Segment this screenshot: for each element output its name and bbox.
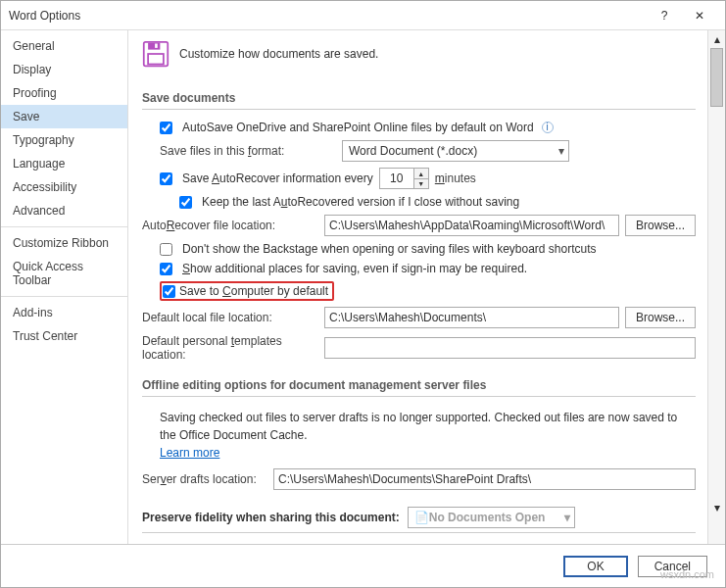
close-button[interactable]: ✕ bbox=[682, 3, 717, 28]
row-keep-last: Keep the last AutoRecovered version if I… bbox=[142, 192, 696, 212]
dialog-title: Word Options bbox=[9, 9, 647, 23]
highlight-save-to-computer: Save to Computer by default bbox=[160, 281, 334, 301]
scroll-down-button[interactable]: ▾ bbox=[708, 499, 725, 516]
row-dont-show-backstage: Don't show the Backstage when opening or… bbox=[142, 239, 696, 259]
checkbox-autosave[interactable] bbox=[160, 122, 172, 134]
label-save-to-computer[interactable]: Save to Computer by default bbox=[179, 284, 328, 298]
row-save-format: Save files in this format: Word Document… bbox=[142, 137, 696, 165]
checkbox-show-additional[interactable] bbox=[160, 263, 172, 275]
spinner-down[interactable]: ▼ bbox=[414, 178, 428, 188]
row-autorecover-location: AutoRecover file location: Browse... bbox=[142, 212, 696, 239]
sidebar-separator bbox=[1, 296, 127, 297]
save-disk-icon bbox=[142, 40, 169, 68]
label-no-backstage[interactable]: Don't show the Backstage when opening or… bbox=[182, 242, 597, 256]
sidebar-item-typography[interactable]: Typography bbox=[1, 128, 127, 152]
dialog-body: General Display Proofing Save Typography… bbox=[1, 30, 725, 544]
row-autosave: AutoSave OneDrive and SharePoint Online … bbox=[142, 118, 696, 137]
row-default-local: Default local file location: Browse... bbox=[142, 304, 696, 331]
dropdown-fidelity-doc[interactable]: 📄 No Documents Open ▾ bbox=[408, 507, 576, 528]
content-area: Customize how documents are saved. Save … bbox=[128, 30, 725, 544]
word-options-dialog: Word Options ? ✕ General Display Proofin… bbox=[0, 0, 726, 588]
help-button[interactable]: ? bbox=[647, 3, 682, 28]
dropdown-fidelity-value: No Documents Open bbox=[429, 511, 546, 524]
content-scroll: Customize how documents are saved. Save … bbox=[128, 30, 707, 544]
browse-default-local-button[interactable]: Browse... bbox=[625, 307, 696, 328]
dropdown-save-format[interactable]: Word Document (*.docx) ▾ bbox=[342, 140, 569, 162]
label-default-local: Default local file location: bbox=[142, 311, 318, 324]
info-icon[interactable]: i bbox=[542, 122, 554, 133]
input-templates[interactable] bbox=[324, 337, 696, 359]
browse-autorecover-button[interactable]: Browse... bbox=[625, 215, 696, 236]
document-icon: 📄 bbox=[414, 511, 429, 524]
label-autosave[interactable]: AutoSave OneDrive and SharePoint Online … bbox=[182, 121, 534, 134]
sidebar-item-proofing[interactable]: Proofing bbox=[1, 81, 127, 105]
row-autorecover: Save AutoRecover information every ▲ ▼ m… bbox=[142, 165, 696, 192]
row-server-drafts: Server drafts location: bbox=[142, 466, 696, 493]
svg-rect-2 bbox=[148, 54, 164, 65]
scroll-up-button[interactable]: ▴ bbox=[708, 30, 725, 48]
label-keep-last[interactable]: Keep the last AutoRecovered version if I… bbox=[202, 195, 519, 209]
learn-more-link[interactable]: Learn more bbox=[160, 446, 219, 460]
sidebar-item-general[interactable]: General bbox=[1, 34, 127, 58]
sidebar-item-customize-ribbon[interactable]: Customize Ribbon bbox=[1, 231, 127, 255]
spinner-up[interactable]: ▲ bbox=[414, 169, 428, 178]
scrollbar[interactable]: ▴ ▾ bbox=[707, 30, 725, 544]
sidebar-item-save[interactable]: Save bbox=[1, 105, 127, 128]
close-icon: ✕ bbox=[695, 9, 704, 23]
svg-rect-1 bbox=[148, 43, 160, 50]
label-server-drafts: Server drafts location: bbox=[142, 472, 267, 486]
sidebar-item-display[interactable]: Display bbox=[1, 58, 127, 81]
page-subtitle: Customize how documents are saved. bbox=[179, 47, 378, 61]
sidebar-item-language[interactable]: Language bbox=[1, 152, 127, 175]
offline-text: Saving checked out files to server draft… bbox=[160, 411, 677, 442]
ok-button[interactable]: OK bbox=[563, 556, 627, 577]
spinner-autorecover-value[interactable] bbox=[380, 172, 413, 185]
svg-rect-3 bbox=[155, 44, 158, 48]
page-header: Customize how documents are saved. bbox=[142, 36, 696, 77]
sidebar-item-advanced[interactable]: Advanced bbox=[1, 199, 127, 222]
sidebar-item-trust-center[interactable]: Trust Center bbox=[1, 324, 127, 348]
checkbox-keep-last[interactable] bbox=[179, 196, 192, 209]
checkbox-autorecover[interactable] bbox=[160, 172, 172, 185]
label-show-additional[interactable]: Show additional places for saving, even … bbox=[182, 262, 527, 275]
row-show-additional: Show additional places for saving, even … bbox=[142, 259, 696, 278]
checkbox-no-backstage[interactable] bbox=[160, 243, 172, 256]
label-autorecover-1[interactable]: Save AutoRecover information every bbox=[182, 172, 373, 185]
chevron-down-icon: ▾ bbox=[558, 144, 564, 158]
sidebar-separator bbox=[1, 226, 127, 227]
chevron-down-icon: ▾ bbox=[564, 511, 570, 524]
dropdown-save-format-value: Word Document (*.docx) bbox=[349, 144, 477, 158]
offline-description: Saving checked out files to server draft… bbox=[142, 405, 696, 466]
spinner-autorecover-minutes[interactable]: ▲ ▼ bbox=[379, 168, 429, 189]
input-default-local[interactable] bbox=[324, 307, 619, 328]
sidebar-item-accessibility[interactable]: Accessibility bbox=[1, 175, 127, 199]
input-autorecover-location[interactable] bbox=[324, 215, 619, 236]
titlebar: Word Options ? ✕ bbox=[1, 1, 725, 30]
sidebar-item-addins[interactable]: Add-ins bbox=[1, 301, 127, 324]
row-embed-fonts: Embed fonts in the file i bbox=[142, 541, 696, 544]
row-save-to-computer: Save to Computer by default bbox=[142, 278, 696, 304]
section-preserve-fidelity: Preserve fidelity when sharing this docu… bbox=[142, 501, 696, 533]
scroll-thumb[interactable] bbox=[710, 48, 723, 107]
input-server-drafts[interactable] bbox=[273, 468, 696, 490]
help-icon: ? bbox=[661, 9, 668, 23]
label-preserve-fidelity: Preserve fidelity when sharing this docu… bbox=[142, 511, 400, 524]
row-templates: Default personal templates location: bbox=[142, 331, 696, 365]
section-save-documents: Save documents bbox=[142, 85, 696, 110]
label-templates: Default personal templates location: bbox=[142, 334, 318, 362]
sidebar-item-quick-access[interactable]: Quick Access Toolbar bbox=[1, 255, 127, 292]
label-minutes: minutes bbox=[435, 172, 476, 185]
label-autorecover-location: AutoRecover file location: bbox=[142, 219, 318, 232]
checkbox-save-to-computer[interactable] bbox=[163, 285, 175, 298]
label-save-format: Save files in this format: bbox=[160, 144, 336, 158]
dialog-footer: OK Cancel wsxdn.com bbox=[1, 544, 725, 587]
section-offline: Offline editing options for document man… bbox=[142, 372, 696, 397]
cancel-button[interactable]: Cancel bbox=[638, 556, 707, 577]
sidebar: General Display Proofing Save Typography… bbox=[1, 30, 128, 544]
